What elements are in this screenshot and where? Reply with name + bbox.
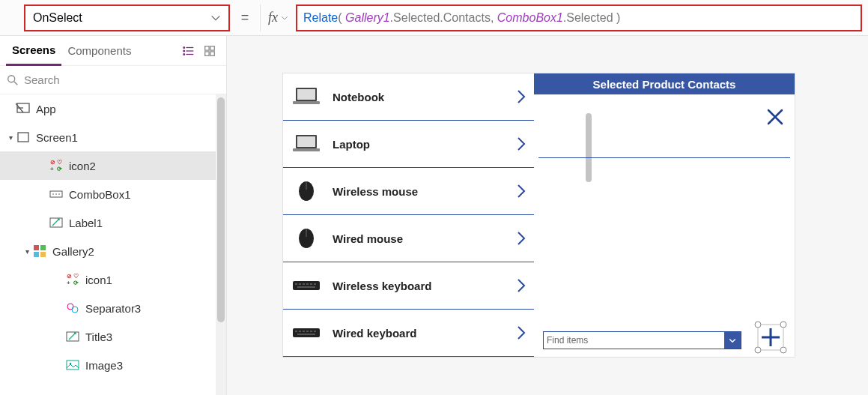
chevron-right-icon[interactable] xyxy=(516,277,526,294)
svg-rect-55 xyxy=(297,286,315,288)
product-title: Wireless mouse xyxy=(333,185,516,198)
chevron-right-icon[interactable] xyxy=(516,325,526,341)
svg-point-33 xyxy=(67,304,73,310)
svg-text:⟳: ⟳ xyxy=(73,280,79,286)
svg-rect-35 xyxy=(67,332,79,341)
screen-icon xyxy=(15,129,31,145)
product-image xyxy=(289,272,324,299)
svg-rect-62 xyxy=(314,331,316,332)
tree-item-label: Image3 xyxy=(85,359,123,372)
close-icon[interactable] xyxy=(765,106,786,127)
tree-pane: Screens Components App▾Screen1⊘♡+⟳icon2C… xyxy=(0,36,227,395)
product-image xyxy=(289,319,324,346)
chevron-right-icon[interactable] xyxy=(516,88,526,105)
product-gallery[interactable]: NotebookLaptopWireless mouseWired mouseW… xyxy=(283,73,534,357)
combobox-placeholder: Find items xyxy=(544,332,724,349)
tree-item-label: Title3 xyxy=(85,331,112,343)
fx-button[interactable]: fx xyxy=(260,4,296,31)
svg-rect-36 xyxy=(67,361,79,370)
product-image xyxy=(289,225,324,252)
product-title: Laptop xyxy=(333,138,516,151)
formula-input[interactable]: Relate( Gallery1.Selected.Contacts, Comb… xyxy=(296,4,862,31)
product-title: Notebook xyxy=(333,91,516,103)
svg-point-34 xyxy=(72,307,78,313)
chevron-down-icon[interactable] xyxy=(724,332,741,349)
svg-rect-54 xyxy=(314,283,316,285)
combo-icon xyxy=(48,186,64,202)
svg-rect-8 xyxy=(205,51,209,55)
scrollbar-thumb[interactable] xyxy=(217,97,225,322)
tree-item-image3[interactable]: Image3 xyxy=(0,351,226,379)
tree-item-sep3[interactable]: Separator3 xyxy=(0,294,226,322)
svg-point-22 xyxy=(55,193,57,195)
tree-list-view-icon[interactable] xyxy=(178,40,199,61)
svg-rect-27 xyxy=(34,252,39,257)
svg-rect-24 xyxy=(50,218,62,227)
gallery-item[interactable]: Wired keyboard xyxy=(283,310,534,357)
svg-line-11 xyxy=(14,81,18,85)
tree-item-app[interactable]: App xyxy=(0,94,226,123)
tree-item-label1[interactable]: Label1 xyxy=(0,208,226,237)
combobox[interactable]: Find items xyxy=(543,331,741,349)
svg-rect-39 xyxy=(297,89,315,100)
svg-rect-26 xyxy=(40,245,46,250)
gallery-item[interactable]: Wired mouse xyxy=(283,215,534,262)
tree-search-input[interactable] xyxy=(24,73,220,86)
tree-item-label: ComboBox1 xyxy=(69,188,131,201)
tree-item-gallery2[interactable]: ▾Gallery2 xyxy=(0,237,226,265)
product-image xyxy=(289,130,324,157)
tree-grid-view-icon[interactable] xyxy=(199,40,220,61)
property-dropdown[interactable]: OnSelect xyxy=(24,4,230,31)
tab-label: Components xyxy=(67,44,131,57)
svg-point-4 xyxy=(183,50,185,52)
tree-item-label: Separator3 xyxy=(85,302,141,315)
tree-search[interactable] xyxy=(0,66,226,94)
svg-text:⊘: ⊘ xyxy=(67,273,72,280)
chevron-right-icon[interactable] xyxy=(516,183,526,199)
tree-item-screen1[interactable]: ▾Screen1 xyxy=(0,123,226,151)
formula-token: ComboBox1 xyxy=(497,11,563,25)
tab-components[interactable]: Components xyxy=(61,36,137,66)
addicon-icon: ⊘♡+⟳ xyxy=(48,157,64,174)
panel-header: Selected Product Contacts xyxy=(534,73,795,94)
tree-body: App▾Screen1⊘♡+⟳icon2ComboBox1Label1▾Gall… xyxy=(0,94,226,395)
scrollbar[interactable] xyxy=(216,94,226,395)
tree-item-icon2[interactable]: ⊘♡+⟳icon2 xyxy=(0,151,226,180)
tree-item-label: Label1 xyxy=(69,217,103,229)
svg-rect-52 xyxy=(306,283,309,285)
tree-tabs: Screens Components xyxy=(0,36,226,66)
svg-point-3 xyxy=(183,46,185,48)
chevron-right-icon[interactable] xyxy=(516,230,526,247)
svg-point-70 xyxy=(755,347,761,353)
app-canvas: NotebookLaptopWireless mouseWired mouseW… xyxy=(282,73,795,358)
property-dropdown-value: OnSelect xyxy=(33,11,82,25)
tab-label: Screens xyxy=(12,43,55,56)
svg-text:+: + xyxy=(50,166,54,172)
svg-rect-51 xyxy=(303,283,305,285)
gallery-item[interactable]: Laptop xyxy=(283,121,534,168)
tree-item-label: Gallery2 xyxy=(52,245,94,258)
gallery-icon xyxy=(31,243,48,259)
tab-screens[interactable]: Screens xyxy=(6,36,61,66)
addicon-icon: ⊘♡+⟳ xyxy=(64,271,81,288)
svg-text:♡: ♡ xyxy=(73,273,79,280)
gallery-item[interactable]: Wireless mouse xyxy=(283,168,534,215)
label-icon xyxy=(48,214,64,231)
canvas-pane: NotebookLaptopWireless mouseWired mouseW… xyxy=(227,36,868,395)
tree-item-title3[interactable]: Title3 xyxy=(0,322,226,351)
chevron-right-icon[interactable] xyxy=(516,136,526,152)
product-title: Wired mouse xyxy=(333,232,516,245)
svg-point-21 xyxy=(52,193,54,195)
svg-rect-42 xyxy=(297,136,315,147)
svg-rect-9 xyxy=(210,51,214,55)
add-icon-selected[interactable] xyxy=(754,321,787,354)
formula-token: ( xyxy=(338,11,345,25)
tree-item-combo1[interactable]: ComboBox1 xyxy=(0,180,226,208)
gallery-item[interactable]: Wireless keyboard xyxy=(283,262,534,310)
svg-rect-53 xyxy=(310,283,312,285)
svg-point-10 xyxy=(8,75,15,82)
svg-point-23 xyxy=(58,193,60,195)
tree-item-icon1[interactable]: ⊘♡+⟳icon1 xyxy=(0,265,226,294)
equals-sign: = xyxy=(230,10,260,25)
gallery-item[interactable]: Notebook xyxy=(283,73,534,121)
